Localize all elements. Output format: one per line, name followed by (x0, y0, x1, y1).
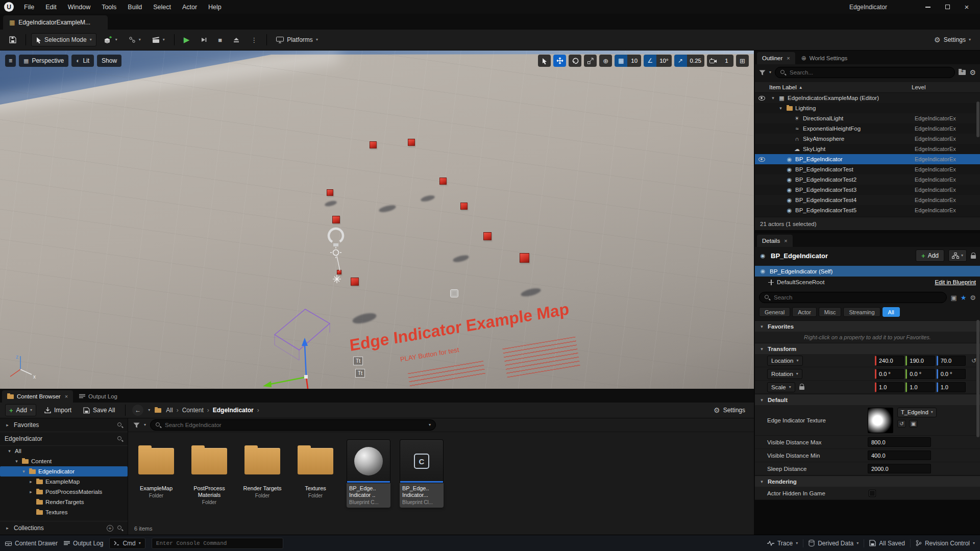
expander-icon[interactable]: ▾ (770, 95, 776, 101)
browse-to-asset-icon[interactable]: ▣ (909, 420, 918, 428)
outliner-row[interactable]: BP_EdgeIndicatorTest2 EdgeIndicatorEx (755, 174, 980, 185)
frame-skip-button[interactable] (197, 33, 211, 46)
save-all-button[interactable]: Save All (80, 404, 118, 416)
hidden-in-game-checkbox[interactable] (869, 490, 876, 497)
content-drawer-button[interactable]: Content Drawer (5, 540, 58, 547)
create-folder-icon[interactable] (959, 70, 966, 75)
maximize-viewport-button[interactable]: ⊞ (736, 55, 749, 67)
menu-item[interactable]: Tools (96, 0, 121, 14)
dropdown-icon[interactable]: ▾ (769, 70, 771, 74)
favorites-star-icon[interactable]: ★ (961, 294, 967, 302)
outliner-row[interactable]: BP_EdgeIndicator EdgeIndicatorEx (755, 154, 980, 164)
menu-item[interactable]: Build (122, 0, 147, 14)
x-value-field[interactable]: 0.0 ° (875, 369, 904, 379)
platforms-dropdown[interactable]: Platforms ▾ (272, 33, 322, 46)
transform-section-header[interactable]: ▾ Transform (755, 343, 980, 354)
scene-root-row[interactable]: DefaultSceneRoot Edit in Blueprint (755, 277, 980, 288)
outliner-row[interactable]: SkyLight EdgeIndicatorEx (755, 144, 980, 154)
outliner-search-box[interactable] (775, 67, 955, 78)
display-options-icon[interactable]: ▣ (950, 294, 957, 302)
red-cube-actor[interactable] (351, 278, 359, 286)
details-search-box[interactable] (759, 292, 947, 303)
blueprint-hierarchy-button[interactable]: ▾ (948, 249, 967, 262)
red-cube-actor[interactable] (332, 216, 340, 223)
back-button[interactable]: ← (132, 405, 143, 416)
rotate-tool-button[interactable] (569, 55, 581, 67)
property-value-field[interactable]: 800.0 (868, 437, 931, 447)
blueprints-button[interactable]: ▾ (125, 33, 145, 46)
outliner-row[interactable]: BP_EdgeIndicatorTest5 EdgeIndicatorEx (755, 205, 980, 215)
unreal-logo[interactable]: U (4, 2, 14, 12)
filter-chip[interactable]: General (759, 307, 790, 317)
dropdown-icon[interactable]: ▾ (429, 423, 431, 427)
collections-section[interactable]: ▸ Collections + (0, 521, 128, 535)
red-cube-actor[interactable] (327, 189, 333, 196)
folder-tree-item[interactable]: ▾ EdgeIndicator (0, 466, 128, 477)
tab-world-settings[interactable]: ⊕ World Settings (796, 52, 853, 64)
asset-tile[interactable]: Textures Folder (293, 439, 337, 498)
camera-icon[interactable] (707, 55, 720, 67)
asset-tile[interactable]: Render Targets Folder (240, 439, 284, 498)
grid-snap-icon[interactable]: ▦ (615, 55, 627, 67)
save-button[interactable] (5, 33, 20, 46)
close-icon[interactable]: × (784, 238, 787, 244)
sprite-icon[interactable] (450, 289, 458, 297)
console-command-input[interactable] (156, 540, 279, 546)
search-icon[interactable] (117, 525, 123, 531)
text-actor-icon[interactable]: Tt (355, 369, 365, 378)
light-sprite-icon[interactable] (333, 275, 341, 283)
show-dropdown[interactable]: Show (97, 55, 121, 67)
scale-snap-icon[interactable]: ↗ (674, 55, 687, 67)
tab-output-log[interactable]: Output Log (74, 390, 122, 403)
expander-icon[interactable]: ▾ (7, 448, 12, 454)
outliner-search-input[interactable] (790, 69, 950, 76)
close-button[interactable]: × (958, 0, 976, 14)
minimize-button[interactable] (919, 0, 937, 14)
add-asset-button[interactable]: + Add ▾ (5, 404, 36, 416)
y-value-field[interactable]: 0.0 ° (905, 369, 935, 379)
z-value-field[interactable]: 70.0 (937, 356, 966, 366)
y-value-field[interactable]: 1.0 (905, 382, 935, 392)
asset-tile[interactable]: BP_Edge.. Indicator .. Blueprint C... (347, 439, 390, 508)
menu-item[interactable]: Actor (177, 0, 202, 14)
asset-search-input[interactable] (165, 422, 425, 428)
outliner-row[interactable]: BP_EdgeIndicatorTest4 EdgeIndicatorEx (755, 195, 980, 205)
x-value-field[interactable]: 240.0 (875, 356, 904, 366)
tab-details[interactable]: Details × (757, 235, 793, 247)
property-value-field[interactable]: 400.0 (868, 450, 931, 460)
eject-button[interactable] (229, 33, 243, 46)
camera-speed-value[interactable]: 1 (720, 55, 733, 67)
menu-item[interactable]: Window (63, 0, 95, 14)
folder-tree-item[interactable]: Textures (0, 507, 128, 517)
revision-control-button[interactable]: Revision Control ▾ (916, 540, 975, 547)
filter-chip[interactable]: Misc (819, 307, 842, 317)
details-scrollbar[interactable] (976, 320, 979, 437)
breadcrumb-item[interactable]: EdgeIndicator (213, 407, 254, 414)
breadcrumb-item[interactable]: All (166, 407, 173, 414)
z-value-field[interactable]: 0.0 ° (937, 369, 966, 379)
select-tool-button[interactable] (538, 55, 551, 67)
outliner-row[interactable]: SkyAtmosphere EdgeIndicatorEx (755, 134, 980, 144)
asset-search-box[interactable]: ▾ (150, 419, 436, 431)
folder-tree-item[interactable]: RenderTargets (0, 497, 128, 507)
expander-icon[interactable]: ▸ (28, 489, 34, 494)
viewport-menu-button[interactable]: ≡ (5, 55, 16, 67)
play-button[interactable]: ▶ (180, 33, 194, 46)
red-cube-actor[interactable] (370, 141, 377, 148)
z-value-field[interactable]: 1.0 (937, 382, 966, 392)
outliner-row[interactable]: BP_EdgeIndicatorTest3 EdgeIndicatorEx (755, 185, 980, 195)
column-item-label[interactable]: Item Label (769, 84, 797, 90)
filter-funnel-icon[interactable] (133, 422, 140, 428)
expander-icon[interactable]: ▾ (778, 106, 783, 111)
filter-chip[interactable]: Actor (792, 307, 817, 317)
expander-icon[interactable]: ▾ (14, 459, 19, 464)
perspective-dropdown[interactable]: ▦ Perspective (19, 55, 68, 67)
dropdown-icon[interactable]: ▾ (144, 423, 146, 427)
derived-data-button[interactable]: Derived Data ▾ (808, 540, 859, 547)
play-options-button[interactable]: ⋮ (247, 33, 261, 46)
transform-gizmo[interactable] (258, 334, 350, 389)
menu-item[interactable]: Help (203, 0, 227, 14)
menu-item[interactable]: Edit (40, 0, 62, 14)
selection-mode-dropdown[interactable]: Selection Mode ▾ (31, 33, 96, 46)
gear-icon[interactable]: ⚙ (969, 68, 976, 77)
